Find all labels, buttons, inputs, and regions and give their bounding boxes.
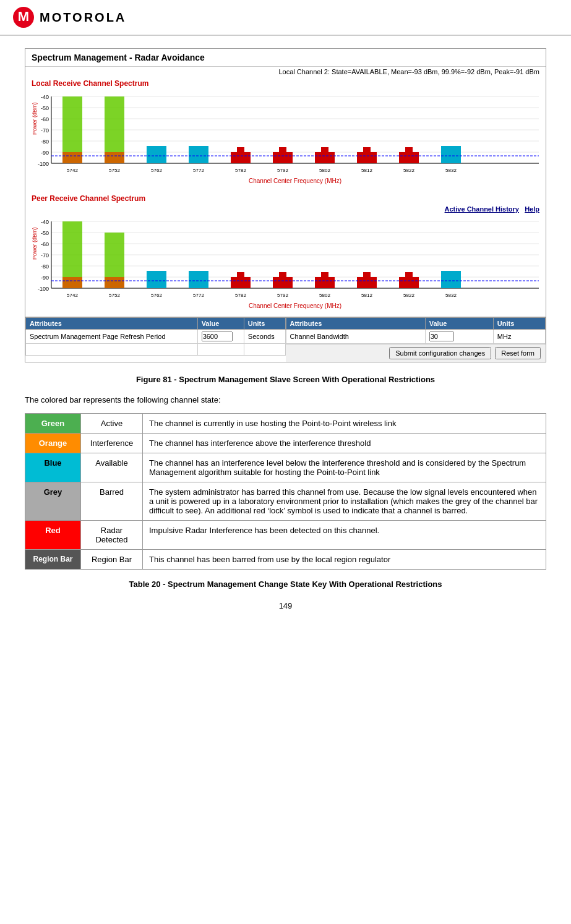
state-name: Available bbox=[81, 453, 143, 482]
svg-text:-50: -50 bbox=[41, 105, 49, 111]
state-description: This channel has been barred from use by… bbox=[143, 550, 546, 570]
color-indicator: Grey bbox=[25, 482, 81, 521]
svg-text:-100: -100 bbox=[38, 286, 49, 292]
attr-col-attributes: Attributes bbox=[26, 318, 198, 330]
svg-text:Power (dBm): Power (dBm) bbox=[32, 102, 38, 135]
svg-rect-31 bbox=[357, 152, 377, 163]
svg-rect-73 bbox=[273, 277, 293, 288]
submit-button[interactable]: Submit configuration changes bbox=[389, 347, 491, 359]
svg-text:5762: 5762 bbox=[151, 168, 162, 173]
svg-text:-90: -90 bbox=[41, 150, 49, 156]
svg-text:5772: 5772 bbox=[193, 168, 204, 173]
svg-text:5832: 5832 bbox=[445, 293, 457, 298]
svg-text:5802: 5802 bbox=[319, 293, 330, 298]
state-table: GreenActiveThe channel is currently in u… bbox=[25, 413, 546, 570]
svg-rect-26 bbox=[237, 147, 244, 153]
spectrum-management-panel: Spectrum Management - Radar Avoidance Lo… bbox=[25, 48, 546, 362]
attributes-left: Attributes Value Units Spectrum Manageme… bbox=[25, 317, 286, 362]
attributes-right: Attributes Value Units Channel Bandwidth… bbox=[286, 317, 546, 362]
svg-rect-79 bbox=[399, 277, 419, 288]
attr2-name-bandwidth: Channel Bandwidth bbox=[286, 330, 425, 344]
attr-col-value: Value bbox=[197, 318, 244, 330]
svg-rect-32 bbox=[363, 147, 371, 153]
svg-text:-80: -80 bbox=[41, 263, 49, 270]
attr2-col-units: Units bbox=[493, 318, 545, 330]
svg-text:-60: -60 bbox=[41, 241, 49, 247]
svg-rect-75 bbox=[315, 277, 335, 288]
table-row-empty bbox=[26, 344, 286, 356]
attr-value-refresh[interactable] bbox=[197, 330, 244, 344]
spectrum-title: Spectrum Management - Radar Avoidance bbox=[25, 49, 546, 67]
svg-rect-68 bbox=[105, 277, 124, 288]
attr2-col-attributes: Attributes bbox=[286, 318, 425, 330]
svg-text:-70: -70 bbox=[41, 127, 49, 134]
svg-rect-29 bbox=[315, 152, 335, 163]
svg-rect-69 bbox=[147, 271, 166, 288]
color-indicator: Blue bbox=[25, 453, 81, 482]
svg-rect-81 bbox=[441, 271, 461, 288]
state-table-row: OrangeInterferenceThe channel has interf… bbox=[25, 434, 546, 453]
motorola-logo-icon: M bbox=[12, 6, 35, 28]
motorola-logo: M MOTOROLA bbox=[12, 6, 126, 28]
svg-rect-77 bbox=[357, 277, 377, 288]
state-name: Interference bbox=[81, 434, 143, 453]
active-channel-history-link[interactable]: Active Channel History bbox=[445, 205, 519, 213]
attributes-table-right: Attributes Value Units Channel Bandwidth… bbox=[286, 317, 546, 344]
svg-text:5812: 5812 bbox=[361, 293, 372, 298]
svg-rect-20 bbox=[62, 152, 82, 163]
color-indicator: Region Bar bbox=[25, 550, 81, 570]
svg-text:5752: 5752 bbox=[109, 168, 120, 173]
svg-rect-76 bbox=[321, 272, 328, 278]
svg-text:5742: 5742 bbox=[67, 168, 78, 173]
figure-caption: Figure 81 - Spectrum Management Slave Sc… bbox=[25, 375, 546, 384]
state-description: The channel has interference above the i… bbox=[143, 434, 546, 453]
svg-text:5792: 5792 bbox=[277, 168, 288, 173]
svg-text:Channel Center Frequency (MHz): Channel Center Frequency (MHz) bbox=[249, 178, 341, 184]
svg-text:5802: 5802 bbox=[319, 168, 330, 173]
svg-rect-70 bbox=[189, 271, 208, 288]
state-table-row: GreyBarredThe system administrator has b… bbox=[25, 482, 546, 521]
local-chart-svg: -40 -50 -60 -70 -80 -90 -100 Power (dBm) bbox=[32, 92, 551, 187]
help-link[interactable]: Help bbox=[525, 205, 539, 213]
svg-rect-74 bbox=[279, 272, 286, 278]
peer-chart-label: Peer Receive Channel Spectrum bbox=[25, 192, 546, 204]
main-content: Spectrum Management - Radar Avoidance Lo… bbox=[0, 36, 571, 623]
state-table-row: BlueAvailableThe channel has an interfer… bbox=[25, 453, 546, 482]
state-table-row: RedRadar DetectedImpulsive Radar Interfe… bbox=[25, 521, 546, 550]
svg-text:-90: -90 bbox=[41, 275, 49, 281]
svg-rect-22 bbox=[105, 152, 124, 163]
local-chart-label: Local Receive Channel Spectrum bbox=[25, 77, 546, 89]
state-table-row: Region BarRegion BarThis channel has bee… bbox=[25, 550, 546, 570]
table-caption: Table 20 - Spectrum Management Change St… bbox=[25, 580, 546, 589]
peer-chart-svg: -40 -50 -60 -70 -80 -90 -100 Power (dBm) bbox=[32, 216, 551, 312]
svg-text:5832: 5832 bbox=[445, 168, 457, 173]
svg-text:-60: -60 bbox=[41, 116, 49, 122]
attributes-table-left: Attributes Value Units Spectrum Manageme… bbox=[25, 317, 286, 356]
spectrum-subtitle: Local Channel 2: State=AVAILABLE, Mean=-… bbox=[25, 67, 546, 77]
state-description: The channel is currently in use hosting … bbox=[143, 414, 546, 434]
peer-chart-wrapper: -40 -50 -60 -70 -80 -90 -100 Power (dBm) bbox=[32, 216, 539, 314]
table-row: Spectrum Management Page Refresh Period … bbox=[26, 330, 286, 344]
state-description: The system administrator has barred this… bbox=[143, 482, 546, 521]
svg-text:-80: -80 bbox=[41, 139, 49, 145]
svg-rect-71 bbox=[231, 277, 251, 288]
page-number: 149 bbox=[25, 601, 546, 610]
svg-text:5792: 5792 bbox=[277, 293, 288, 298]
svg-text:5822: 5822 bbox=[403, 293, 414, 298]
color-indicator: Orange bbox=[25, 434, 81, 453]
svg-text:5782: 5782 bbox=[235, 293, 246, 298]
svg-rect-24 bbox=[189, 146, 208, 163]
svg-text:Channel Center Frequency (MHz): Channel Center Frequency (MHz) bbox=[249, 302, 341, 309]
svg-rect-80 bbox=[405, 272, 413, 278]
svg-text:-70: -70 bbox=[41, 252, 49, 259]
intro-text: The colored bar represents the following… bbox=[25, 395, 546, 404]
state-description: Impulsive Radar Interference has been de… bbox=[143, 521, 546, 550]
svg-text:5762: 5762 bbox=[151, 293, 162, 298]
attr2-col-value: Value bbox=[425, 318, 493, 330]
color-indicator: Red bbox=[25, 521, 81, 550]
svg-rect-25 bbox=[231, 152, 251, 163]
svg-rect-78 bbox=[363, 272, 371, 278]
reset-button[interactable]: Reset form bbox=[495, 347, 541, 359]
attr2-value-bandwidth[interactable] bbox=[425, 330, 493, 344]
company-name: MOTOROLA bbox=[40, 11, 126, 25]
